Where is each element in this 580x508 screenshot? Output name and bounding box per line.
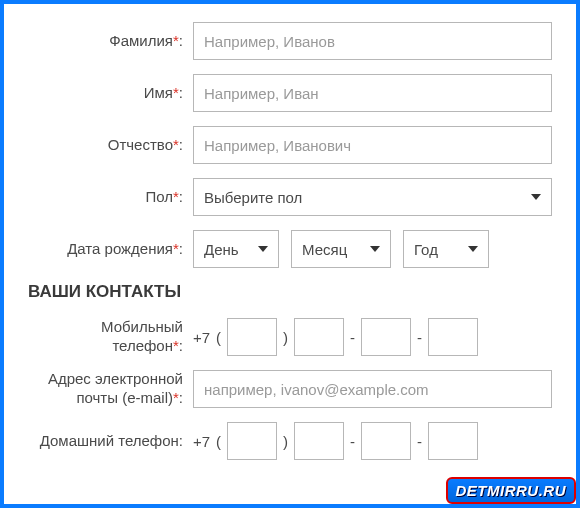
home-area-input[interactable]: [227, 422, 277, 460]
watermark-badge: DETMIRRU.RU: [446, 477, 577, 504]
home-part3-input[interactable]: [428, 422, 478, 460]
mobile-part1-input[interactable]: [294, 318, 344, 356]
patronymic-input[interactable]: [193, 126, 552, 164]
home-part1-input[interactable]: [294, 422, 344, 460]
mobile-area-input[interactable]: [227, 318, 277, 356]
firstname-label: Имя*:: [28, 84, 193, 102]
gender-select[interactable]: Выберите пол: [193, 178, 552, 216]
dob-month-select[interactable]: Месяц: [291, 230, 391, 268]
lastname-input[interactable]: [193, 22, 552, 60]
mobile-part3-input[interactable]: [428, 318, 478, 356]
chevron-down-icon: [531, 194, 541, 200]
home-phone-group: +7 ( ) - -: [193, 422, 552, 460]
mobile-part2-input[interactable]: [361, 318, 411, 356]
mobile-phone-group: +7 ( ) - -: [193, 318, 552, 356]
gender-label: Пол*:: [28, 188, 193, 206]
dob-label: Дата рождения*:: [28, 240, 193, 258]
patronymic-label: Отчество*:: [28, 136, 193, 154]
lastname-label: Фамилия*:: [28, 32, 193, 50]
contacts-heading: ВАШИ КОНТАКТЫ: [28, 282, 552, 302]
chevron-down-icon: [258, 246, 268, 252]
firstname-input[interactable]: [193, 74, 552, 112]
chevron-down-icon: [370, 246, 380, 252]
dob-day-select[interactable]: День: [193, 230, 279, 268]
mobile-label: Мобильный телефон*:: [28, 318, 193, 356]
email-input[interactable]: [193, 370, 552, 408]
home-part2-input[interactable]: [361, 422, 411, 460]
email-label: Адрес электронной почты (e-mail)*:: [28, 370, 193, 408]
home-phone-label: Домашний телефон:: [28, 432, 193, 450]
chevron-down-icon: [468, 246, 478, 252]
dob-year-select[interactable]: Год: [403, 230, 489, 268]
